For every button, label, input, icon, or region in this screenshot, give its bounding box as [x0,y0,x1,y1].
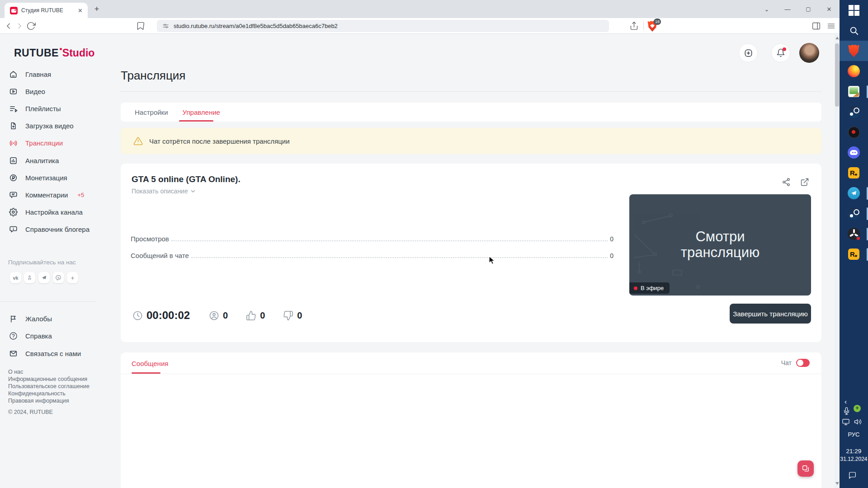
open-external-icon[interactable] [800,178,809,187]
tray-expand-chevron-icon[interactable]: ‹ [844,398,847,405]
scrollbar-thumb[interactable] [835,43,839,107]
sidebar-item-label: Аналитика [25,157,59,164]
sidebar-toggle-icon[interactable] [811,21,821,31]
tray-date[interactable]: 31.12.2024 [840,456,868,462]
sidebar-item-channel-settings[interactable]: Настройка канала [9,206,83,217]
footer-links: О нас Информационные сообщения Пользоват… [8,368,90,404]
sidebar-item-streams[interactable]: Трансляции [9,137,63,148]
new-tab-button[interactable]: + [90,4,103,14]
ok-icon [27,275,33,281]
sidebar-item-comments[interactable]: Комментарии +5 [9,189,84,200]
footer-link-legal[interactable]: Правовая информация [8,397,90,404]
sidebar-item-complaints[interactable]: Жалобы [9,313,52,324]
tab-close-icon[interactable]: ✕ [76,7,84,14]
social-ok-button[interactable] [24,272,35,283]
sidebar-item-video[interactable]: Видео [9,86,45,97]
shield-badge: 18 [654,19,661,25]
browser-tab[interactable]: Студия RUTUBE ✕ [5,3,88,18]
social-vk-button[interactable]: vk [10,272,21,283]
tab-title: Студия RUTUBE [21,7,73,14]
stat-row-chat-messages: Сообщений в чате 0 [131,252,613,259]
taskbar-brave-button[interactable] [840,41,868,61]
speaker-icon[interactable] [854,418,862,426]
maximize-button[interactable]: ▢ [798,0,819,18]
tray-green-plus-badge[interactable]: + [854,405,861,412]
taskbar-rockstar-button[interactable]: R★ [840,163,868,183]
vk-icon: vk [13,275,18,281]
scrollbar-up-arrow-icon[interactable] [835,37,839,39]
reload-icon[interactable] [26,21,36,31]
minimize-button[interactable]: — [777,0,798,18]
network-display-icon[interactable] [842,418,850,426]
chat-toggle-label: Чат [781,359,792,366]
browser-tabstrip: Студия RUTUBE ✕ + ⌄ — ▢ ✕ [0,0,840,18]
taskbar-rockstar-running-button[interactable]: R★ [840,244,868,264]
sidebar-item-blogger-guide[interactable]: Справочник блогера [9,224,90,235]
create-stream-button[interactable] [739,43,758,62]
messages-card: Сообщения Чат [121,352,821,488]
close-button[interactable]: ✕ [819,0,840,18]
live-badge: В эфире [629,282,670,294]
rutube-studio-logo[interactable]: RUTUBE Studio [14,47,94,59]
taskbar-image-editor-button[interactable] [840,81,868,102]
footer-link-news[interactable]: Информационные сообщения [8,375,90,383]
taskbar-discord-button[interactable] [840,142,868,163]
taskbar-telegram-button[interactable] [840,183,868,203]
notifications-button[interactable] [771,43,790,62]
microphone-icon[interactable] [843,407,850,415]
taskbar-steam-button[interactable] [840,102,868,122]
show-description-label: Показать описание [132,188,188,195]
sidebar-item-home[interactable]: Главная [9,69,51,80]
start-button[interactable] [840,0,868,20]
social-more-button[interactable]: + [67,272,78,283]
footer-link-about[interactable]: О нас [8,368,90,375]
share-page-icon[interactable] [629,21,639,31]
taskbar-obs-button[interactable] [840,224,868,244]
stat-label: Сообщений в чате [131,252,189,259]
sidebar-item-help[interactable]: Справка [9,330,52,341]
analytics-icon [9,156,18,165]
forward-icon[interactable] [15,21,24,31]
address-bar[interactable]: studio.rutube.ru/stream/a0e1df8e5bac5d5d… [157,20,609,32]
tab-messages[interactable]: Сообщения [132,360,168,367]
action-center-icon[interactable] [848,471,857,479]
bookmark-icon[interactable] [136,21,145,31]
steam-icon [848,106,860,118]
avatar[interactable] [799,43,819,63]
back-icon[interactable] [4,21,13,31]
social-viber-button[interactable] [53,272,64,283]
scrollbar-down-arrow-icon[interactable] [835,482,839,485]
chat-toggle[interactable] [796,359,810,367]
taskbar-recor​der-button[interactable] [840,122,868,142]
taskbar-steam-running-button[interactable] [840,203,868,224]
footer-link-privacy[interactable]: Конфиденциальность [8,390,90,397]
sidebar-item-analytics[interactable]: Аналитика [9,155,59,166]
site-settings-icon[interactable] [162,23,169,29]
taskbar-firefox-button[interactable] [840,61,868,81]
language-indicator[interactable]: РУС [840,431,868,438]
dotted-leader [191,257,608,258]
show-description-link[interactable]: Показать описание [132,188,195,195]
help-icon [9,332,18,340]
tab-search-icon[interactable]: ⌄ [756,0,777,18]
sidebar-item-upload[interactable]: Загрузка видео [9,120,74,131]
menu-icon[interactable] [826,21,836,31]
stream-preview[interactable]: Смотри трансляцию В эфире [629,194,811,296]
mouse-cursor [488,256,497,265]
end-stream-button[interactable]: Завершить трансляцию [730,304,811,324]
warning-text: Чат сотрётся после завершения трансляции [149,137,290,145]
tab-management[interactable]: Управление [183,108,220,116]
sidebar-item-label: Настройка канала [25,208,83,216]
share-icon[interactable] [782,178,791,187]
sidebar-item-monetization[interactable]: Монетизация [9,172,67,183]
sidebar-item-contact[interactable]: Связаться с нами [9,348,81,359]
footer-link-terms[interactable]: Пользовательское соглашение [8,383,90,390]
upload-video-icon [9,122,18,130]
taskbar-search-button[interactable] [840,20,868,41]
sidebar-item-playlists[interactable]: Плейлисты [9,103,61,114]
feedback-widget-button[interactable] [797,460,814,477]
social-telegram-button[interactable] [38,272,50,283]
tab-settings[interactable]: Настройки [135,108,168,116]
tray-clock[interactable]: 21:29 [840,448,868,455]
viber-icon [56,275,61,281]
